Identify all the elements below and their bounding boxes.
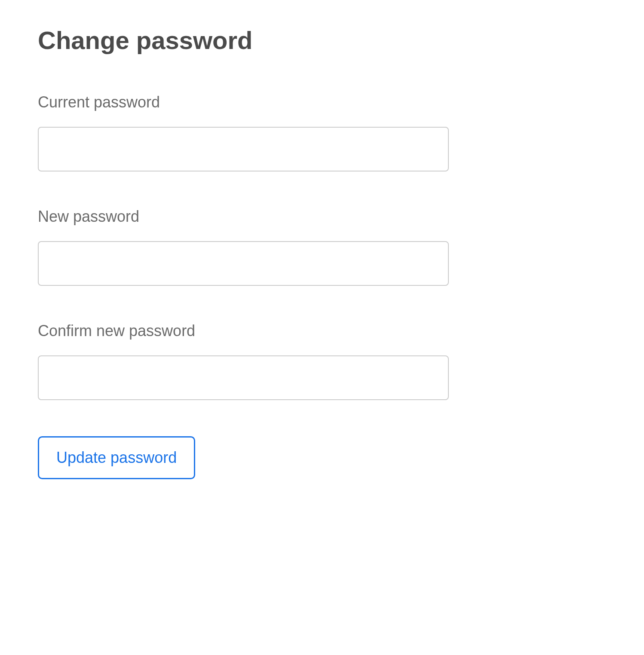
page-title: Change password (38, 26, 606, 55)
current-password-input[interactable] (38, 127, 449, 171)
confirm-password-input[interactable] (38, 355, 449, 400)
current-password-label: Current password (38, 93, 606, 111)
current-password-group: Current password (38, 93, 606, 171)
change-password-form: Current password New password Confirm ne… (38, 93, 606, 479)
new-password-label: New password (38, 208, 606, 226)
new-password-input[interactable] (38, 241, 449, 286)
confirm-password-group: Confirm new password (38, 322, 606, 400)
new-password-group: New password (38, 208, 606, 286)
update-password-button[interactable]: Update password (38, 436, 195, 479)
confirm-password-label: Confirm new password (38, 322, 606, 340)
